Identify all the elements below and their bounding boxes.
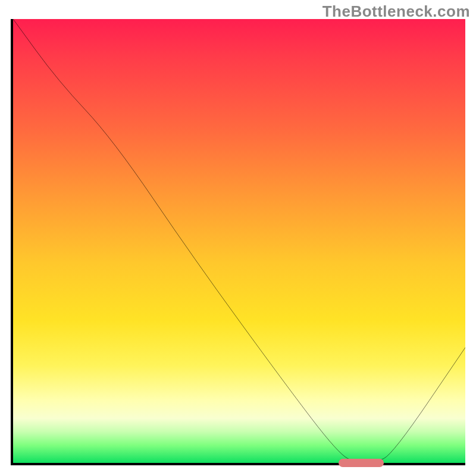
watermark-text: TheBottleneck.com — [322, 2, 470, 21]
plot-area — [11, 19, 465, 465]
curve-path — [13, 19, 465, 463]
chart-frame: TheBottleneck.com — [0, 0, 476, 476]
optimal-range-marker — [339, 459, 384, 467]
bottleneck-curve — [13, 19, 465, 463]
